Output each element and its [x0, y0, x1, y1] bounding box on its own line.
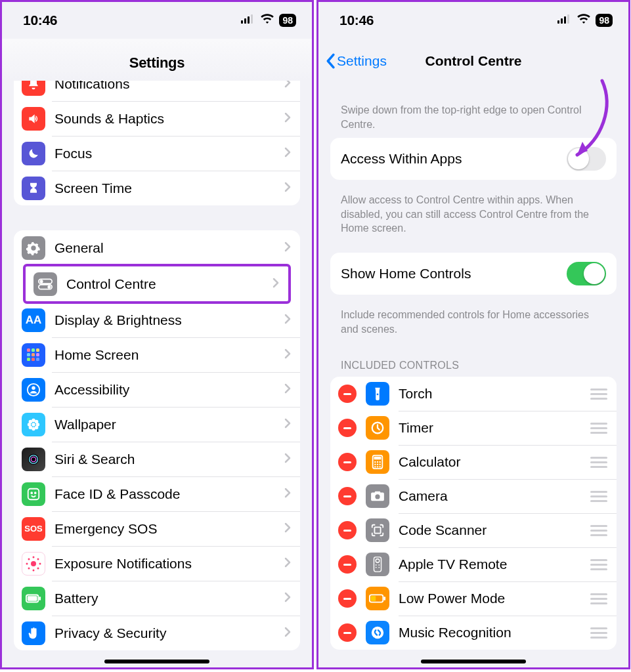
settings-row-control-centre[interactable]: Control Centre: [26, 266, 288, 301]
access-toggle[interactable]: [567, 147, 606, 171]
shazam-icon: [366, 621, 389, 644]
svg-point-34: [31, 561, 36, 566]
svg-point-38: [39, 562, 41, 564]
svg-point-56: [379, 461, 380, 463]
drag-handle-icon[interactable]: [590, 559, 607, 570]
chevron-right-icon: [284, 182, 291, 195]
settings-row-privacy-security[interactable]: Privacy & Security: [14, 616, 300, 650]
status-bar: 10:46 98: [2, 2, 312, 39]
row-label: Face ID & Passcode: [54, 486, 284, 502]
control-label: Camera: [399, 488, 590, 504]
settings-row-exposure-notifications[interactable]: Exposure Notifications: [14, 546, 300, 581]
svg-rect-48: [564, 16, 566, 24]
cellular-icon: [557, 14, 572, 26]
control-row-torch[interactable]: Torch: [330, 377, 617, 411]
settings-row-general[interactable]: General: [14, 230, 300, 265]
remove-button[interactable]: [338, 623, 357, 642]
drag-handle-icon[interactable]: [590, 491, 607, 502]
gear-icon: [22, 236, 45, 260]
svg-rect-46: [557, 20, 559, 24]
hourglass-icon: [22, 177, 45, 200]
remove-button[interactable]: [338, 521, 357, 539]
svg-rect-12: [32, 353, 35, 356]
settings-row-wallpaper[interactable]: Wallpaper: [14, 407, 300, 442]
settings-row-battery[interactable]: Battery: [14, 581, 300, 616]
control-label: Timer: [399, 420, 590, 436]
remove-button[interactable]: [338, 385, 357, 403]
highlight-box: Control Centre: [23, 264, 291, 304]
svg-rect-9: [32, 348, 35, 352]
remove-button[interactable]: [338, 487, 357, 505]
row-label: Exposure Notifications: [54, 556, 284, 572]
battery-icon: [22, 587, 45, 610]
svg-point-5: [40, 280, 43, 283]
svg-point-27: [35, 425, 39, 429]
settings-row-focus[interactable]: Focus: [14, 136, 300, 171]
row-label: Home Screen: [54, 347, 284, 363]
remove-button[interactable]: [338, 555, 357, 574]
svg-point-58: [377, 464, 378, 465]
drag-handle-icon[interactable]: [590, 627, 607, 639]
home-indicator: [104, 660, 209, 663]
svg-rect-49: [567, 14, 569, 24]
svg-point-25: [35, 419, 39, 423]
svg-point-24: [29, 419, 33, 423]
svg-rect-73: [383, 597, 385, 600]
settings-group-2: General Control Centre AA Display & Brig…: [14, 230, 300, 650]
svg-point-67: [376, 564, 377, 566]
show-home-controls-row[interactable]: Show Home Controls: [330, 253, 617, 295]
control-row-apple-tv-remote[interactable]: Apple TV Remote: [330, 547, 617, 581]
access-label: Access Within Apps: [341, 151, 567, 167]
remove-button[interactable]: [338, 589, 357, 608]
row-label: Emergency SOS: [54, 521, 284, 537]
svg-point-36: [33, 569, 35, 571]
settings-row-face-id-passcode[interactable]: Face ID & Passcode: [14, 476, 300, 511]
settings-row-notifications[interactable]: Notifications: [14, 81, 300, 101]
control-label: Code Scanner: [399, 522, 590, 538]
remove-button[interactable]: [338, 453, 357, 471]
wifi-icon: [577, 14, 591, 27]
access-within-apps-row[interactable]: Access Within Apps: [330, 138, 617, 180]
row-label: Notifications: [54, 81, 284, 92]
remote-icon: [366, 553, 389, 576]
chevron-right-icon: [284, 418, 291, 431]
control-row-calculator[interactable]: Calculator: [330, 445, 617, 479]
exposure-icon: [22, 552, 45, 576]
control-row-timer[interactable]: Timer: [330, 411, 617, 445]
status-time: 10:46: [339, 12, 374, 28]
row-label: Accessibility: [54, 382, 284, 398]
control-row-code-scanner[interactable]: Code Scanner: [330, 513, 617, 547]
drag-handle-icon[interactable]: [590, 593, 607, 604]
drag-handle-icon[interactable]: [590, 525, 607, 536]
settings-row-sounds-haptics[interactable]: Sounds & Haptics: [14, 101, 300, 136]
svg-rect-13: [36, 353, 39, 356]
control-row-camera[interactable]: Camera: [330, 479, 617, 513]
remove-button[interactable]: [338, 419, 357, 437]
drag-handle-icon[interactable]: [590, 388, 607, 400]
control-row-low-power-mode[interactable]: Low Power Mode: [330, 581, 617, 616]
settings-row-screen-time[interactable]: Screen Time: [14, 171, 300, 205]
settings-row-accessibility[interactable]: Accessibility: [14, 372, 300, 407]
settings-row-home-screen[interactable]: Home Screen: [14, 337, 300, 372]
settings-row-emergency-sos[interactable]: SOS Emergency SOS: [14, 511, 300, 546]
row-label: Battery: [54, 591, 284, 606]
svg-point-39: [28, 558, 30, 560]
battery-icon: 98: [279, 14, 296, 27]
home-toggle[interactable]: [567, 262, 606, 285]
svg-rect-72: [371, 596, 376, 600]
chevron-right-icon: [284, 242, 291, 255]
drag-handle-icon[interactable]: [590, 423, 607, 434]
svg-rect-15: [32, 358, 35, 361]
settings-row-siri-search[interactable]: Siri & Search: [14, 442, 300, 476]
scanner-icon: [366, 518, 389, 542]
back-button[interactable]: Settings: [325, 53, 387, 69]
settings-row-display-brightness[interactable]: AA Display & Brightness: [14, 303, 300, 337]
control-row-music-recognition[interactable]: Music Recognition: [330, 616, 617, 650]
chevron-right-icon: [284, 557, 291, 570]
svg-point-69: [376, 567, 377, 568]
row-label: Siri & Search: [54, 452, 284, 467]
drag-handle-icon[interactable]: [590, 457, 607, 468]
sos-icon: SOS: [22, 517, 45, 541]
chevron-right-icon: [272, 278, 279, 291]
timer-icon: [366, 416, 389, 440]
